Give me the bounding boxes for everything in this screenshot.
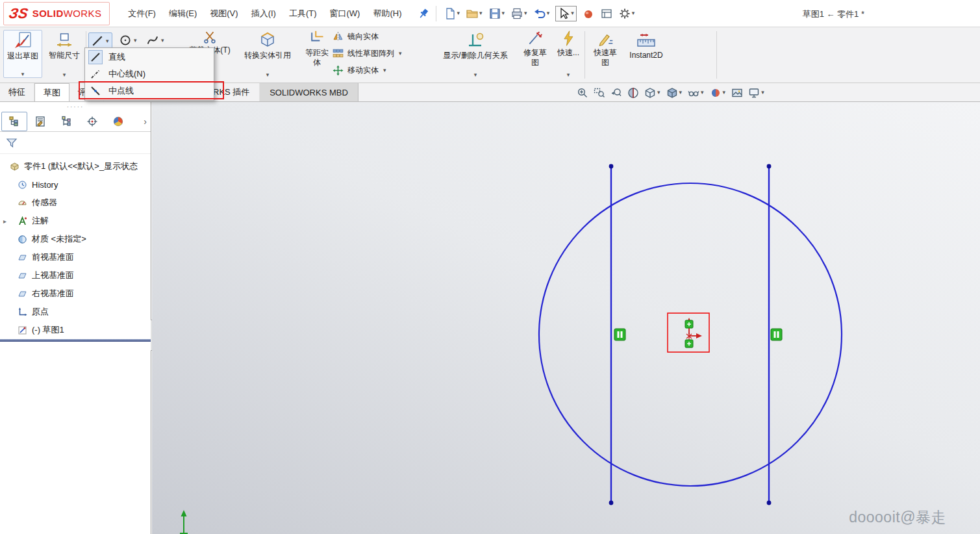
graphics-area[interactable]: dooooit@暴走 (152, 102, 980, 534)
undo-caret-icon[interactable]: ▾ (546, 10, 551, 16)
save-caret-icon[interactable]: ▾ (501, 10, 506, 16)
linear-sketch-pattern-button[interactable]: 线性草图阵列 ▾ (333, 48, 403, 59)
rapid-flyout-icon[interactable]: ▾ (566, 72, 571, 78)
offset-entities-button[interactable]: 等距实体 (300, 30, 334, 78)
appearance-ball-button[interactable] (580, 6, 597, 21)
tab-display-manager[interactable] (105, 112, 131, 131)
rapid-button[interactable]: 快速... ▾ (553, 30, 583, 78)
menu-tools[interactable]: 工具(T) (283, 4, 323, 23)
tree-row-sketch1[interactable]: (-) 草图1 (0, 321, 151, 339)
instant2d-button[interactable]: Instant2D (622, 30, 670, 78)
tab-solidworks-mbd[interactable]: SOLIDWORKS MBD (260, 83, 358, 101)
hide-show-items-button[interactable]: ▾ (688, 87, 705, 99)
menu-window[interactable]: 窗口(W) (323, 4, 367, 23)
hide-show-caret-icon[interactable]: ▾ (700, 90, 705, 95)
menu-item-line[interactable]: 直线 (85, 49, 214, 66)
smart-dimension-label: 智能尺寸 (49, 51, 80, 60)
menu-view[interactable]: 视图(V) (203, 4, 244, 23)
sketch-canvas[interactable] (152, 102, 980, 534)
zoom-to-fit-button[interactable] (577, 87, 588, 99)
previous-view-button[interactable] (610, 87, 622, 99)
display-delete-relations-button[interactable]: 显示/删除几何关系 ▾ (439, 30, 512, 78)
exit-sketch-flyout-icon[interactable]: ▾ (21, 71, 25, 77)
linear-pattern-caret-icon[interactable]: ▾ (398, 51, 403, 57)
circle-tool-button[interactable]: ▾ (117, 32, 140, 48)
annotations-expander-icon[interactable]: ▸ (3, 218, 6, 225)
edit-appearance-caret-icon[interactable]: ▾ (722, 90, 727, 95)
menu-insert[interactable]: 插入(I) (245, 4, 283, 23)
constraint-badge-left[interactable] (614, 329, 625, 340)
new-document-caret-icon[interactable]: ▾ (457, 10, 461, 16)
zoom-to-area-button[interactable] (594, 87, 605, 99)
tree-row-history[interactable]: History (0, 175, 151, 194)
print-caret-icon[interactable]: ▾ (523, 10, 528, 16)
print-button[interactable]: ▾ (509, 6, 530, 21)
new-document-button[interactable]: ▾ (442, 6, 463, 21)
tree-row-origin[interactable]: 原点 (0, 303, 151, 321)
tree-row-front-plane[interactable]: 前视基准面 (0, 248, 151, 266)
sketch-endpoint[interactable] (767, 164, 772, 169)
display-style-button[interactable]: ▾ (666, 87, 683, 99)
view-settings-button[interactable]: ▾ (748, 87, 765, 99)
tab-dimxpert-manager[interactable] (79, 112, 105, 131)
display-relations-flyout-icon[interactable]: ▾ (473, 72, 478, 78)
repair-sketch-button[interactable]: 修复草图 (518, 30, 552, 78)
panel-splitter-handle[interactable]: ····· (0, 102, 151, 111)
tab-features[interactable]: 特征 (0, 83, 34, 101)
mirror-entities-button[interactable]: 镜向实体 (333, 31, 379, 42)
select-tool-button[interactable]: ▾ (555, 6, 577, 21)
section-view-button[interactable] (627, 87, 639, 99)
tab-feature-manager-tree[interactable] (1, 112, 27, 131)
menu-item-centerline[interactable]: 中心线(N) (85, 66, 214, 83)
tab-sketch[interactable]: 草图 (34, 83, 69, 101)
menu-item-midpoint-line[interactable]: 中点线 (85, 83, 214, 99)
select-caret-icon[interactable]: ▾ (570, 10, 575, 16)
tree-row-annotations[interactable]: ▸ 注解 (0, 212, 151, 230)
convert-entities-button[interactable]: 转换实体引用 ▾ (239, 30, 296, 78)
line-tool-caret-icon[interactable]: ▾ (105, 38, 110, 44)
spline-tool-caret-icon[interactable]: ▾ (160, 38, 165, 44)
menu-help[interactable]: 帮助(H) (366, 4, 408, 23)
undo-button[interactable]: ▾ (531, 6, 553, 21)
tree-row-part-root[interactable]: 零件1 (默认<<默认>_显示状态 (0, 157, 151, 175)
smart-dimension-flyout-icon[interactable]: ▾ (62, 72, 67, 78)
tree-row-sensors[interactable]: 传感器 (0, 194, 151, 212)
sketch-endpoint[interactable] (609, 501, 614, 505)
smart-dimension-button[interactable]: 智能尺寸 ▾ (44, 30, 84, 78)
convert-entities-flyout-icon[interactable]: ▾ (266, 72, 270, 78)
tab-configuration-manager[interactable] (53, 112, 79, 131)
exit-sketch-button[interactable]: 退出草图 ▾ (3, 30, 42, 78)
menu-pin-button[interactable] (418, 7, 431, 20)
spline-tool-button[interactable]: ▾ (144, 32, 167, 48)
rapid-sketch-button[interactable]: 快速草图 (588, 30, 622, 78)
options-caret-icon[interactable]: ▾ (631, 10, 636, 16)
constraint-badge-origin-top[interactable] (685, 320, 693, 328)
save-button[interactable]: ▾ (486, 6, 508, 21)
options-button[interactable]: ▾ (616, 6, 638, 21)
sketch-endpoint[interactable] (767, 501, 772, 505)
view-settings-caret-icon[interactable]: ▾ (760, 90, 765, 95)
apply-scene-button[interactable] (731, 87, 743, 99)
display-style-caret-icon[interactable]: ▾ (679, 90, 683, 95)
move-entities-button[interactable]: 移动实体 ▾ (333, 65, 387, 76)
view-orientation-caret-icon[interactable]: ▾ (657, 90, 661, 95)
constraint-badge-origin-bottom[interactable] (685, 340, 693, 348)
rollback-bar[interactable] (0, 339, 151, 342)
constraint-badge-right[interactable] (771, 329, 782, 340)
open-caret-icon[interactable]: ▾ (479, 10, 483, 16)
move-entities-caret-icon[interactable]: ▾ (383, 68, 387, 73)
tab-property-manager[interactable] (27, 112, 53, 131)
sketch-endpoint[interactable] (609, 164, 614, 169)
tree-row-material[interactable]: 材质 <未指定> (0, 230, 151, 248)
view-orientation-button[interactable]: ▾ (644, 87, 661, 99)
filter-funnel-icon[interactable] (6, 137, 18, 149)
menu-edit[interactable]: 编辑(E) (162, 4, 203, 23)
tree-row-right-plane[interactable]: 右视基准面 (0, 285, 151, 303)
display-pane-button[interactable] (598, 6, 615, 21)
panel-expand-chevron-icon[interactable]: › (144, 116, 147, 127)
circle-tool-caret-icon[interactable]: ▾ (133, 38, 138, 44)
edit-appearance-button[interactable]: ▾ (710, 87, 727, 99)
open-button[interactable]: ▾ (464, 6, 485, 21)
tree-row-top-plane[interactable]: 上视基准面 (0, 266, 151, 285)
menu-file[interactable]: 文件(F) (121, 4, 162, 23)
